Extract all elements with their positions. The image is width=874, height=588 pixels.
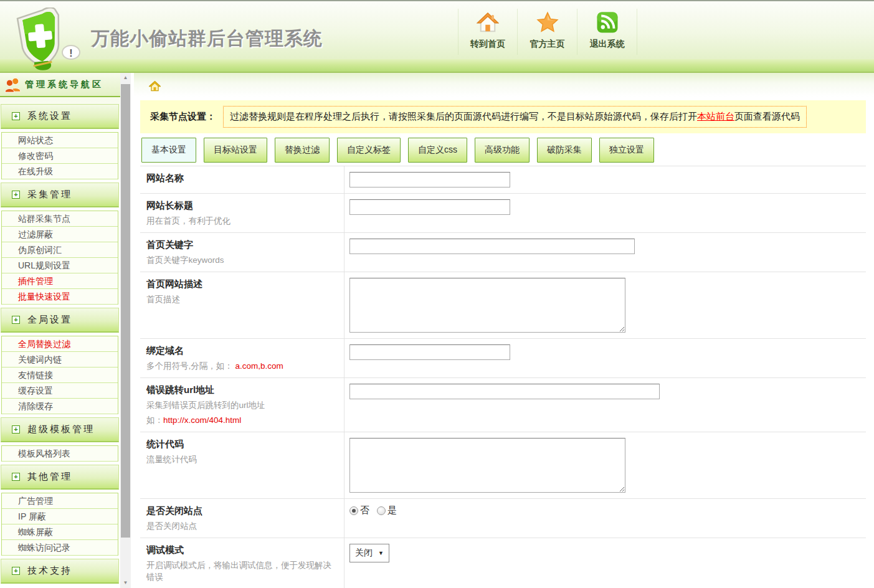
form-field-cell: [344, 166, 866, 193]
sidebar-item[interactable]: 友情链接: [2, 368, 118, 383]
sidebar-item[interactable]: 缓存设置: [2, 383, 118, 399]
expand-plus-icon: +: [12, 425, 20, 434]
tab-independent-settings[interactable]: 独立设置: [599, 138, 654, 163]
sidebar-item[interactable]: URL规则设置: [2, 258, 118, 273]
scrollbar-thumb[interactable]: [121, 84, 130, 538]
expand-plus-icon: +: [12, 567, 20, 575]
form-label-cell: 首页网站描述首页描述: [140, 272, 344, 338]
tab-anti-block-collect[interactable]: 破防采集: [537, 138, 592, 163]
sidebar-group-global-settings[interactable]: +全局设置: [1, 308, 119, 333]
header-nav-official-site[interactable]: 官方主页: [518, 9, 577, 55]
sidebar-item[interactable]: 全局替换过滤: [2, 336, 118, 352]
scrollbar-down-arrow-icon[interactable]: ▼: [120, 578, 131, 588]
people-icon: [4, 77, 22, 93]
tab-custom-tags[interactable]: 自定义标签: [337, 138, 401, 163]
form-sublabel-text: a.com,b.com: [235, 361, 283, 371]
form-field-cell: [344, 339, 866, 377]
sidebar-item[interactable]: 批量快速设置: [2, 289, 118, 305]
tab-advanced-features[interactable]: 高级功能: [475, 138, 530, 163]
header-nav-label: 转到首页: [458, 39, 517, 50]
site-closed-radio-option[interactable]: 否: [349, 505, 369, 516]
notice-text-before: 过滤替换规则是在程序处理之后执行，请按照采集后的页面源代码进行编写，不是目标站原…: [230, 111, 697, 121]
notice-bar: 采集节点设置： 过滤替换规则是在程序处理之后执行，请按照采集后的页面源代码进行编…: [140, 100, 866, 133]
sidebar-item[interactable]: 伪原创词汇: [2, 242, 118, 258]
header-nav-label: 退出系统: [577, 39, 637, 50]
sidebar-group-other-management[interactable]: +其他管理: [1, 465, 119, 490]
sidebar-scrollbar[interactable]: ▲ ▼: [120, 73, 131, 588]
form-sublabel: 首页描述: [146, 293, 335, 305]
sidebar-groups: +系统设置网站状态修改密码在线升级+采集管理站群采集节点过滤屏蔽伪原创词汇URL…: [0, 97, 120, 584]
sidebar-group-system-settings[interactable]: +系统设置: [1, 104, 119, 129]
sidebar-item[interactable]: 关键词内链: [2, 352, 118, 368]
form-sublabel: 用在首页，有利于优化: [146, 215, 335, 227]
form-sublabel: 如：http://x.com/404.html: [146, 414, 335, 426]
form-label: 首页关键字: [146, 239, 335, 251]
bind-domain-input[interactable]: [349, 344, 510, 360]
form-label-cell: 网站长标题用在首页，有利于优化: [140, 194, 344, 232]
form-sublabel: 多个用符号,分隔，如： a.com,b.com: [146, 360, 335, 372]
sidebar: 管理系统导航区 +系统设置网站状态修改密码在线升级+采集管理站群采集节点过滤屏蔽…: [0, 73, 120, 588]
sidebar-group-super-template[interactable]: +超级模板管理: [1, 417, 119, 442]
site-name-input[interactable]: [349, 172, 510, 187]
radio-icon[interactable]: [349, 506, 358, 515]
form-label: 是否关闭站点: [146, 505, 335, 517]
sidebar-item[interactable]: 插件管理: [2, 273, 118, 289]
sidebar-item[interactable]: 广告管理: [2, 493, 118, 509]
sidebar-group-tech-support[interactable]: +技术支持: [1, 559, 119, 584]
sidebar-item[interactable]: 过滤屏蔽: [2, 227, 118, 242]
tab-bar: 基本设置目标站设置替换过滤自定义标签自定义css高级功能破防采集独立设置: [141, 138, 866, 163]
sidebar-group-collect-management[interactable]: +采集管理: [1, 183, 119, 207]
star-icon: [518, 11, 577, 36]
form-label: 首页网站描述: [146, 278, 335, 290]
sidebar-item[interactable]: 蜘蛛访问记录: [2, 540, 118, 556]
sidebar-item[interactable]: 清除缓存: [2, 399, 118, 414]
header-nav: 转到首页官方主页退出系统: [458, 9, 637, 55]
tab-basic-settings[interactable]: 基本设置: [141, 138, 196, 163]
form-sublabel: 首页关键字keywords: [146, 254, 335, 266]
expand-plus-icon: +: [12, 473, 20, 481]
sidebar-title: 管理系统导航区: [25, 79, 103, 90]
page: ! 万能小偷站群后台管理系统 转到首页官方主页退出系统 管理系统导航区 +系统设…: [0, 0, 874, 588]
settings-form: 网站名称网站长标题用在首页，有利于优化首页关键字首页关键字keywords首页网…: [140, 166, 866, 588]
sidebar-item[interactable]: 站群采集节点: [2, 211, 118, 227]
sidebar-group-label: 采集管理: [27, 189, 72, 201]
shield-logo-icon: !: [9, 7, 90, 71]
sidebar-item[interactable]: 在线升级: [2, 164, 118, 179]
home-keywords-input[interactable]: [349, 239, 635, 254]
site-closed-radio-option[interactable]: 是: [377, 505, 397, 516]
tab-target-site-settings[interactable]: 目标站设置: [204, 138, 267, 163]
sidebar-items-global-settings: 全局替换过滤关键词内链友情链接缓存设置清除缓存: [1, 336, 118, 414]
sidebar-group-label: 系统设置: [27, 110, 72, 122]
sidebar-item[interactable]: 网站状态: [2, 133, 118, 148]
header-nav-logout[interactable]: 退出系统: [577, 9, 637, 55]
radio-icon[interactable]: [377, 506, 386, 515]
site-front-link[interactable]: 本站前台: [697, 111, 734, 121]
form-sublabel: 采集到错误页后跳转到的url地址: [146, 399, 335, 411]
debug-mode-select[interactable]: 关闭▼: [349, 544, 389, 562]
sidebar-header: 管理系统导航区: [0, 73, 120, 97]
scrollbar-up-arrow-icon[interactable]: ▲: [120, 73, 131, 83]
form-label: 网站长标题: [146, 199, 335, 212]
stats-code-textarea[interactable]: [349, 438, 625, 493]
tab-custom-css[interactable]: 自定义css: [408, 138, 467, 163]
sidebar-item[interactable]: IP 屏蔽: [2, 509, 118, 524]
form-sublabel: 是否关闭站点: [146, 520, 335, 532]
error-redirect-url-input[interactable]: [349, 384, 660, 399]
form-row-error-redirect-url: 错误跳转url地址采集到错误页后跳转到的url地址如：http://x.com/…: [140, 377, 866, 432]
header-divider-band: [0, 59, 874, 73]
home-description-textarea[interactable]: [349, 278, 625, 333]
tab-replace-filter[interactable]: 替换过滤: [275, 138, 330, 163]
form-sublabel-text: 开启调试模式后，将输出调试信息，便于发现解决错误: [146, 561, 331, 582]
sidebar-items-super-template: 模板风格列表: [1, 445, 118, 462]
expand-plus-icon: +: [12, 112, 20, 120]
sidebar-item[interactable]: 模板风格列表: [2, 446, 118, 462]
breadcrumb-home-icon[interactable]: [149, 80, 161, 92]
expand-plus-icon: +: [12, 191, 20, 199]
site-long-title-input[interactable]: [349, 199, 510, 215]
form-label-cell: 是否关闭站点是否关闭站点: [140, 499, 344, 538]
sidebar-item[interactable]: 蜘蛛屏蔽: [2, 524, 118, 540]
header-nav-goto-home[interactable]: 转到首页: [458, 9, 518, 55]
sidebar-group-label: 技术支持: [27, 565, 72, 577]
sidebar-item[interactable]: 修改密码: [2, 148, 118, 164]
form-row-stats-code: 统计代码流量统计代码: [140, 432, 866, 498]
